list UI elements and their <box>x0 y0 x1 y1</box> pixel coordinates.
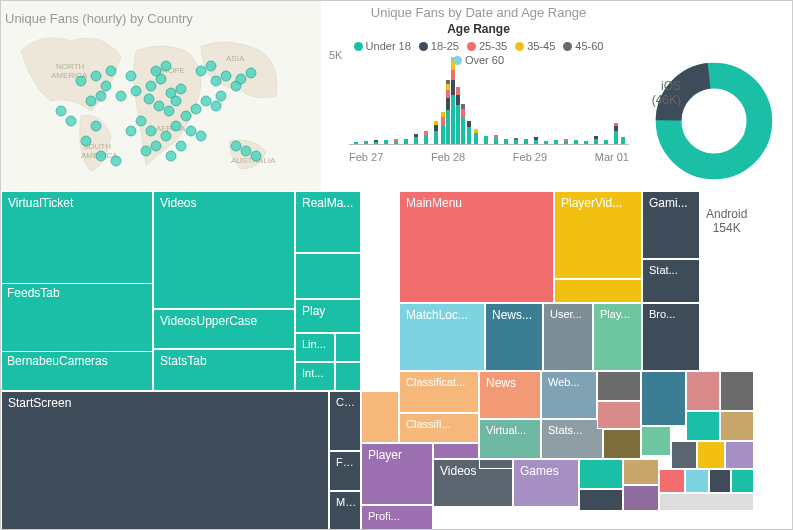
treemap-cell[interactable] <box>659 469 685 493</box>
treemap-cell[interactable]: Videos <box>153 191 295 309</box>
treemap-cell[interactable]: Play <box>295 299 361 333</box>
treemap-cell[interactable] <box>725 441 754 469</box>
treemap-cell[interactable] <box>433 443 479 459</box>
svg-point-40 <box>211 76 221 86</box>
treemap-cell[interactable]: Play... <box>593 303 642 371</box>
treemap-cell[interactable]: Player <box>361 443 433 505</box>
svg-point-14 <box>81 136 91 146</box>
treemap-cell[interactable]: News... <box>485 303 543 371</box>
svg-point-10 <box>86 96 96 106</box>
treemap-cell[interactable] <box>335 333 361 362</box>
treemap-cell[interactable] <box>479 459 513 469</box>
svg-point-47 <box>246 68 256 78</box>
svg-point-57 <box>126 71 136 81</box>
svg-point-52 <box>251 151 261 161</box>
treemap-cell[interactable] <box>641 371 686 426</box>
svg-point-45 <box>201 96 211 106</box>
svg-point-55 <box>111 156 121 166</box>
treemap-cell[interactable] <box>686 371 720 411</box>
treemap-cell[interactable]: Stat... <box>642 259 700 303</box>
treemap-cell[interactable]: Bro... <box>642 303 700 371</box>
treemap-cell[interactable] <box>641 426 671 456</box>
treemap-cell[interactable]: MainMenu <box>399 191 554 303</box>
svg-point-50 <box>176 141 186 151</box>
treemap-cell[interactable] <box>659 493 754 511</box>
legend-18-25[interactable]: 18-25 <box>419 40 459 52</box>
treemap-cell[interactable] <box>579 459 623 489</box>
legend-45-60[interactable]: 45-60 <box>563 40 603 52</box>
bar-chart[interactable]: Unique Fans by Date and Age Range Age Ra… <box>321 1 636 191</box>
svg-point-56 <box>126 126 136 136</box>
svg-point-24 <box>164 106 174 116</box>
svg-point-19 <box>146 81 156 91</box>
treemap-cell[interactable] <box>361 391 399 443</box>
treemap-cell[interactable] <box>720 371 754 411</box>
treemap-cell[interactable] <box>579 489 623 511</box>
svg-point-22 <box>171 96 181 106</box>
treemap-cell[interactable] <box>731 469 754 493</box>
treemap-cell[interactable]: Classifi... <box>399 413 479 443</box>
svg-point-44 <box>211 101 221 111</box>
map-chart[interactable]: Unique Fans (hourly) by Country NORTH AM… <box>1 1 321 191</box>
treemap-cell[interactable]: PlayerVid... <box>554 191 642 279</box>
treemap-cell[interactable] <box>597 401 641 429</box>
treemap-cell[interactable] <box>603 429 641 459</box>
svg-point-27 <box>151 66 161 76</box>
treemap-cell[interactable]: Stats... <box>541 419 603 459</box>
treemap-cell[interactable]: Games <box>513 459 579 507</box>
treemap-cell[interactable]: Virtual... <box>479 419 541 459</box>
treemap-cell[interactable] <box>720 411 754 441</box>
treemap-cell[interactable]: Web... <box>541 371 597 419</box>
treemap-cell[interactable] <box>335 362 361 391</box>
treemap-cell[interactable] <box>554 279 642 303</box>
treemap-cell[interactable] <box>697 441 725 469</box>
map-title: Unique Fans (hourly) by Country <box>5 11 193 26</box>
treemap-cell[interactable] <box>686 411 720 441</box>
svg-point-17 <box>101 81 111 91</box>
treemap-cell[interactable] <box>709 469 731 493</box>
treemap-cell[interactable]: StatsTab <box>153 349 295 391</box>
treemap-cell[interactable] <box>623 485 659 511</box>
svg-point-37 <box>166 151 176 161</box>
treemap-cell[interactable] <box>597 371 641 401</box>
treemap-cell[interactable] <box>685 469 709 493</box>
svg-point-58 <box>131 86 141 96</box>
treemap-cell[interactable]: Gami... <box>642 191 700 259</box>
svg-point-18 <box>116 91 126 101</box>
treemap-cell[interactable] <box>295 253 361 299</box>
world-map-svg: NORTH AMERICA SOUTH AMERICA EUROPE AFRIC… <box>1 1 321 191</box>
treemap-cell[interactable]: Int... <box>295 362 335 391</box>
treemap-cell[interactable]: Ma... <box>329 491 361 530</box>
treemap-cell[interactable]: MatchLoc... <box>399 303 485 371</box>
svg-point-29 <box>136 116 146 126</box>
svg-point-11 <box>96 91 106 101</box>
svg-point-9 <box>76 76 86 86</box>
svg-point-15 <box>91 121 101 131</box>
donut-chart[interactable]: iOS (46K) Android154K <box>636 1 791 191</box>
svg-point-23 <box>176 84 186 94</box>
treemap-cell[interactable]: StartScreen <box>1 391 329 530</box>
treemap-cell[interactable]: Classificat... <box>399 371 479 413</box>
svg-point-30 <box>146 126 156 136</box>
treemap-cell[interactable]: Profi... <box>361 505 433 530</box>
svg-point-33 <box>181 111 191 121</box>
treemap-cell[interactable]: Cla... <box>329 391 361 451</box>
svg-point-49 <box>196 131 206 141</box>
svg-point-34 <box>191 104 201 114</box>
treemap-cell[interactable]: VideosUpperCase <box>153 309 295 349</box>
treemap-cell[interactable] <box>623 459 659 485</box>
legend-35-45[interactable]: 35-45 <box>515 40 555 52</box>
legend-25-35[interactable]: 25-35 <box>467 40 507 52</box>
svg-point-51 <box>241 146 251 156</box>
treemap-chart[interactable]: VirtualTicketFeedsTabBernabeuCamerasVide… <box>1 191 793 530</box>
legend-under-18[interactable]: Under 18 <box>354 40 411 52</box>
svg-point-32 <box>171 121 181 131</box>
svg-point-46 <box>236 74 246 84</box>
treemap-cell[interactable] <box>671 441 697 469</box>
svg-point-25 <box>154 101 164 111</box>
treemap-cell[interactable]: News <box>479 371 541 419</box>
treemap-cell[interactable]: Lin... <box>295 333 335 362</box>
treemap-cell[interactable]: Fixt... <box>329 451 361 491</box>
treemap-cell[interactable]: RealMa... <box>295 191 361 253</box>
treemap-cell[interactable]: User... <box>543 303 593 371</box>
